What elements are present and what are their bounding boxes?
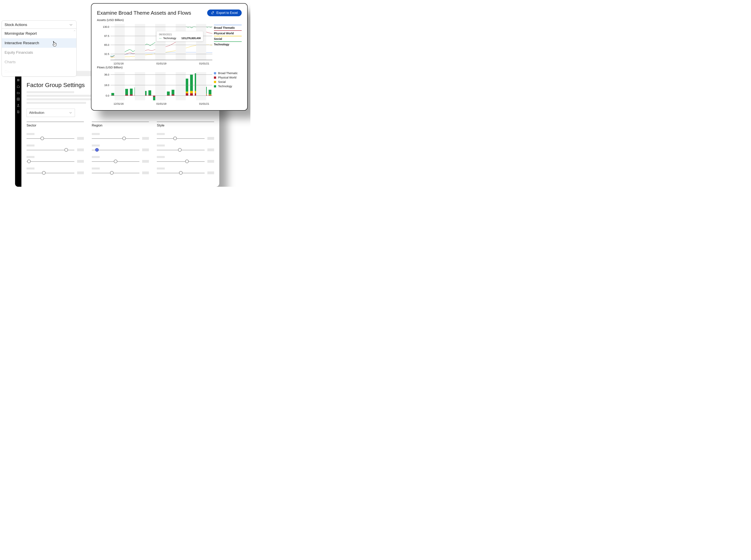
chart-title: Examine Broad Theme Assets and Flows	[97, 10, 191, 16]
factor-slider[interactable]	[92, 156, 149, 167]
slider-label	[157, 144, 165, 146]
assets-line-chart[interactable]: 32.565.097.5130.0 12/31/1601/01/1901/01/…	[97, 22, 242, 66]
chart-tooltip: 06/30/2021 — Technology 123,276,820,430	[156, 31, 203, 41]
folder-icon[interactable]	[17, 91, 20, 94]
factor-slider[interactable]	[92, 133, 149, 144]
flows-bar-chart[interactable]: 0.018.036.0 12/31/1601/01/1901/01/21 Bro…	[97, 70, 242, 106]
dropdown-item-dashboard[interactable]: Dashboard	[2, 67, 76, 76]
slider-label	[157, 167, 165, 169]
legend-item[interactable]: Social	[214, 80, 242, 84]
factor-column-title: Sector	[26, 122, 84, 127]
svg-rect-53	[167, 92, 170, 95]
factor-slider[interactable]	[157, 167, 214, 179]
export-to-excel-button[interactable]: Export to Excel	[207, 9, 242, 16]
factor-column-title: Region	[92, 122, 149, 127]
slider-track	[92, 150, 140, 150]
factor-slider[interactable]	[92, 167, 149, 179]
tooltip-date: 06/30/2021	[159, 33, 201, 36]
svg-rect-89	[209, 90, 211, 95]
slider-thumb[interactable]	[178, 148, 182, 152]
dropdown-item-morningstar-report[interactable]: Morningstar Report	[2, 29, 76, 38]
factor-column: Region	[92, 122, 149, 179]
slider-track	[26, 161, 74, 162]
svg-rect-17	[125, 89, 128, 95]
y-tick-label: 36.0	[104, 73, 109, 76]
slider-value	[142, 160, 149, 163]
factor-slider[interactable]	[26, 156, 84, 167]
x-tick-label: 01/01/21	[199, 102, 209, 105]
slider-thumb[interactable]	[27, 160, 31, 163]
slider-thumb[interactable]	[173, 137, 177, 140]
factor-slider[interactable]	[26, 144, 84, 156]
assets-subtitle: Assets (USD Billion)	[97, 18, 242, 22]
slider-thumb[interactable]	[185, 160, 189, 163]
legend-item[interactable]: Physical World	[214, 75, 242, 80]
attribution-select[interactable]: Attribution	[26, 108, 75, 117]
slider-thumb[interactable]	[179, 171, 183, 175]
slider-label	[26, 156, 35, 158]
export-label: Export to Excel	[216, 11, 238, 15]
slider-value	[207, 172, 214, 174]
slider-value	[77, 160, 84, 163]
dropdown-item-interactive-research[interactable]: Interactive Research	[2, 38, 76, 48]
flask-icon[interactable]	[17, 104, 20, 107]
slider-track	[157, 161, 204, 162]
legend-item[interactable]: Physical World	[214, 30, 242, 36]
factor-slider[interactable]	[92, 144, 149, 156]
slider-track	[26, 173, 74, 173]
svg-rect-57	[172, 90, 174, 95]
legend-item[interactable]: Technology	[214, 41, 242, 47]
slider-value	[207, 137, 214, 140]
select-label: Attribution	[29, 111, 44, 115]
slider-thumb[interactable]	[64, 148, 68, 152]
dropdown-title: Stock Actions	[4, 23, 27, 27]
export-icon	[211, 11, 214, 15]
slider-thumb[interactable]	[95, 148, 99, 152]
menu-icon[interactable]	[17, 79, 20, 82]
factor-slider[interactable]	[26, 167, 84, 179]
svg-rect-5	[112, 93, 114, 95]
stock-actions-dropdown[interactable]: Stock Actions Morningstar Report Interac…	[2, 20, 77, 77]
slider-label	[26, 167, 35, 169]
factor-column: Style	[157, 122, 214, 179]
tooltip-value: 123,276,820,430	[181, 37, 201, 40]
x-tick-label: 12/31/16	[114, 62, 124, 65]
chevron-down-icon	[69, 111, 72, 115]
slider-value	[142, 148, 149, 151]
flows-subtitle: Flows (USD Billion)	[97, 66, 242, 69]
factor-slider[interactable]	[26, 133, 84, 144]
slider-label	[26, 144, 35, 146]
grid-icon[interactable]	[17, 98, 20, 101]
legend-item[interactable]: Social	[214, 36, 242, 41]
slider-value	[77, 172, 84, 174]
slider-value	[77, 148, 84, 151]
slider-label	[157, 133, 165, 135]
factor-slider[interactable]	[157, 144, 214, 156]
y-tick-label: 130.0	[103, 25, 109, 28]
document-icon[interactable]	[17, 110, 20, 113]
legend-item[interactable]: Technology	[214, 84, 242, 88]
y-tick-label: 97.5	[104, 34, 109, 37]
x-tick-label: 01/01/19	[156, 62, 166, 65]
slider-label	[157, 156, 165, 158]
home-icon[interactable]	[17, 85, 20, 88]
svg-rect-68	[185, 92, 189, 93]
slider-thumb[interactable]	[110, 171, 114, 175]
scrollbar-up-icon[interactable]	[74, 29, 76, 32]
dropdown-item-charts[interactable]: Charts	[2, 57, 76, 67]
slider-value	[207, 148, 214, 151]
factor-column-title: Style	[157, 122, 214, 127]
slider-thumb[interactable]	[42, 171, 45, 175]
factor-slider[interactable]	[157, 133, 214, 144]
dropdown-item-equity-financials[interactable]: Equity Financials	[2, 48, 76, 57]
slider-thumb[interactable]	[40, 137, 44, 140]
slider-thumb[interactable]	[114, 160, 117, 163]
slider-track	[26, 138, 74, 139]
slider-thumb[interactable]	[122, 137, 126, 140]
slider-label	[92, 144, 100, 146]
dropdown-header[interactable]: Stock Actions	[2, 21, 76, 29]
legend-item[interactable]: Broad Thematic	[214, 71, 242, 75]
slider-label	[92, 133, 100, 135]
factor-slider[interactable]	[157, 156, 214, 167]
legend-item[interactable]: Broad Thematic	[214, 25, 242, 30]
